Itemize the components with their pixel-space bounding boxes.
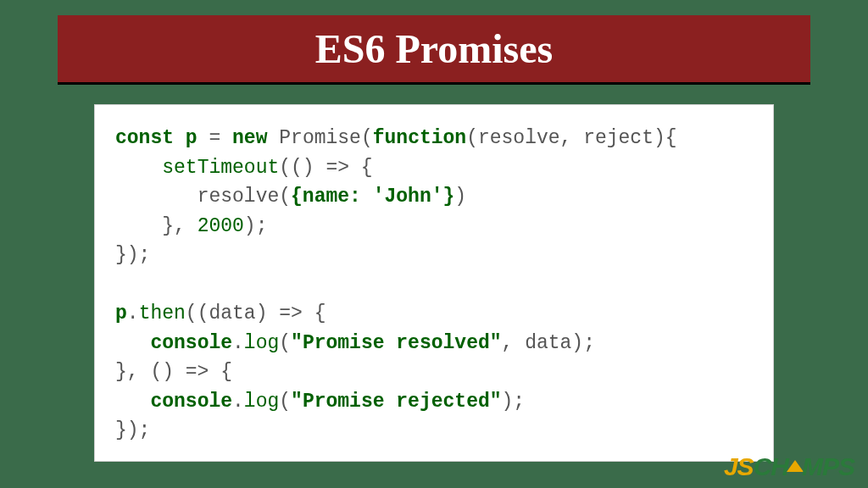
slide-title: ES6 Promises [58, 15, 810, 85]
method-log: log [244, 391, 279, 413]
code-text: }); [115, 419, 150, 441]
string-literal: "Promise resolved" [291, 332, 501, 354]
code-indent [115, 391, 150, 413]
logo-js: JS [724, 452, 754, 480]
code-text: ) [454, 186, 466, 208]
keyword-function: function [373, 127, 466, 149]
code-text: Promise( [267, 127, 372, 149]
keyword-const: const [115, 127, 174, 149]
number-literal: 2000 [198, 215, 244, 237]
obj-start: {name: [291, 186, 361, 208]
code-example: const p = new Promise(function(resolve, … [95, 105, 773, 461]
keyword-new: new [232, 127, 267, 149]
code-text: . [232, 332, 244, 354]
code-text [174, 127, 186, 149]
code-text: ( [279, 391, 291, 413]
code-text: ((data) => { [186, 302, 326, 324]
code-text: = [198, 127, 232, 149]
caret-icon [787, 460, 804, 472]
var-p: p [115, 302, 127, 324]
code-text: resolve( [198, 186, 291, 208]
logo-ch-pre: CH [754, 452, 788, 480]
brand-logo: JSCHMPS [724, 452, 854, 481]
string-literal: 'John' [361, 186, 443, 208]
method-then: then [139, 302, 186, 324]
obj-end: } [443, 186, 455, 208]
code-text: ); [244, 215, 268, 237]
console: console [150, 332, 232, 354]
code-text: }); [115, 244, 150, 266]
console: console [150, 391, 232, 413]
code-text: ); [502, 391, 526, 413]
code-text: (() => { [279, 157, 372, 179]
code-indent [115, 186, 198, 208]
fn-settimeout: setTimeout [162, 157, 279, 179]
code-indent [115, 215, 162, 237]
code-indent [115, 157, 162, 179]
code-text: (resolve, reject){ [466, 127, 676, 149]
code-text: . [127, 302, 139, 324]
code-text: }, () => { [115, 361, 232, 383]
string-literal: "Promise rejected" [291, 391, 501, 413]
code-text: . [232, 391, 244, 413]
code-text: }, [162, 215, 197, 237]
code-indent [115, 332, 150, 354]
code-text: ( [279, 332, 291, 354]
method-log: log [244, 332, 279, 354]
var-p: p [186, 127, 198, 149]
logo-ch-post: MPS [802, 452, 854, 480]
code-text: , data); [502, 332, 595, 354]
